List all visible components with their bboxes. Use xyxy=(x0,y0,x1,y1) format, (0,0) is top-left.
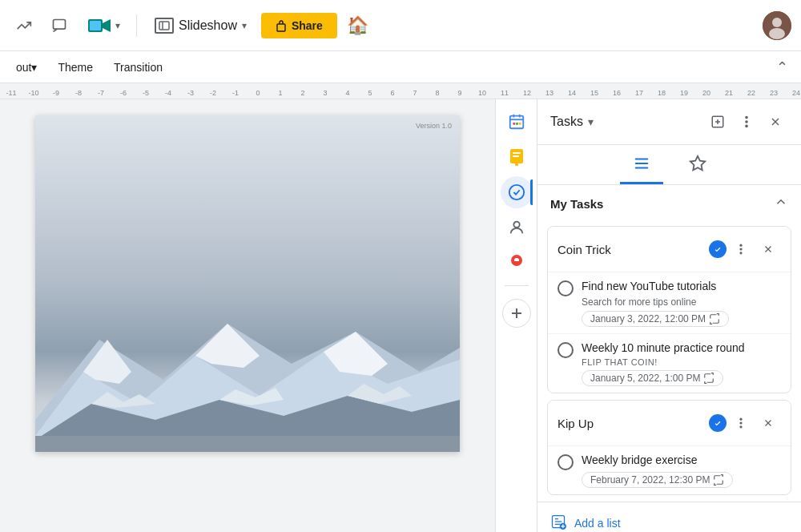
ruler-mark: -10 xyxy=(22,89,45,97)
tasks-title: Tasks ▾ xyxy=(550,115,594,129)
my-tasks-toggle[interactable] xyxy=(774,195,788,213)
task-note-practice: FLIP THAT COIN! xyxy=(582,357,781,367)
ruler-mark: 9 xyxy=(449,89,471,97)
ruler-mark: 8 xyxy=(426,89,449,97)
ruler-mark: 4 xyxy=(336,89,359,97)
lighthouse-icon-button[interactable]: 🏠 xyxy=(344,11,372,40)
svg-marker-3 xyxy=(103,19,111,32)
svg-rect-49 xyxy=(634,167,648,169)
tasks-body[interactable]: My Tasks Coin Trick xyxy=(537,185,801,532)
task-content-practice: Weekly 10 minute practice round FLIP THA… xyxy=(582,341,781,387)
task-title-practice: Weekly 10 minute practice round xyxy=(582,341,781,357)
calendar-icon-button[interactable] xyxy=(501,106,533,138)
ruler-mark: -7 xyxy=(90,89,112,97)
task-item-practice: Weekly 10 minute practice round FLIP THA… xyxy=(548,333,791,393)
ruler-mark: 18 xyxy=(650,89,673,97)
slideshow-button[interactable]: Slideshow ▾ xyxy=(147,13,255,38)
kip-up-group: Kip Up xyxy=(547,400,791,495)
svg-point-54 xyxy=(739,252,742,254)
ruler-mark: 20 xyxy=(695,89,718,97)
ruler-mark: 23 xyxy=(763,89,785,97)
kip-up-more[interactable] xyxy=(728,410,754,436)
add-app-button[interactable] xyxy=(502,299,531,328)
close-panel-button[interactable] xyxy=(763,109,788,135)
more-options-button[interactable] xyxy=(734,109,759,135)
trending-icon-button[interactable] xyxy=(10,11,38,40)
ruler-mark: 13 xyxy=(538,89,561,97)
ruler-mark: 5 xyxy=(359,89,381,97)
ruler-mark: 21 xyxy=(718,89,740,97)
meet-button[interactable]: ▾ xyxy=(80,12,127,39)
task-item-bridge: Weekly bridge exercise February 7, 2022,… xyxy=(548,445,791,494)
coin-trick-header: Coin Trick xyxy=(548,227,791,272)
add-list-label: Add a list xyxy=(574,517,621,530)
svg-point-44 xyxy=(745,125,748,128)
tab-list[interactable] xyxy=(620,145,663,184)
svg-rect-4 xyxy=(90,21,101,30)
kip-up-check[interactable] xyxy=(709,414,727,432)
ruler-mark: 2 xyxy=(292,89,314,97)
secondary-toolbar: out▾ Theme Transition ⌃ xyxy=(0,51,801,83)
svg-point-32 xyxy=(509,185,523,200)
ruler-mark: 19 xyxy=(673,89,695,97)
ruler-mark: -2 xyxy=(202,89,224,97)
coin-trick-icons xyxy=(709,236,781,262)
svg-rect-47 xyxy=(634,159,648,160)
slideshow-icon xyxy=(155,18,174,34)
ruler-mark: 22 xyxy=(740,89,763,97)
ruler-mark: -4 xyxy=(157,89,179,97)
tasks-header: Tasks ▾ xyxy=(537,99,801,145)
ruler-mark: -6 xyxy=(112,89,135,97)
meet-dropdown-arrow: ▾ xyxy=(115,20,120,31)
task-circle-youtube[interactable] xyxy=(557,280,574,296)
maps-icon-button[interactable] xyxy=(501,247,533,279)
new-list-icon-button[interactable] xyxy=(705,109,731,135)
coin-trick-close[interactable] xyxy=(755,236,781,262)
keep-icon-button[interactable] xyxy=(501,141,533,173)
ruler-mark: -3 xyxy=(179,89,202,97)
task-date-bridge: February 7, 2022, 12:30 PM xyxy=(582,472,733,488)
tasks-dropdown-arrow[interactable]: ▾ xyxy=(588,115,594,128)
ruler-mark: 1 xyxy=(269,89,292,97)
add-list-row[interactable]: Add a list xyxy=(537,502,801,532)
coin-trick-check[interactable] xyxy=(709,240,727,258)
ruler-mark: 14 xyxy=(561,89,583,97)
svg-rect-29 xyxy=(513,152,521,154)
ruler-mark: 11 xyxy=(493,89,516,97)
comment-icon-button[interactable] xyxy=(45,11,74,40)
ruler-mark: -11 xyxy=(0,89,22,97)
kip-up-title: Kip Up xyxy=(557,417,709,430)
task-circle-practice[interactable] xyxy=(557,342,574,358)
svg-point-33 xyxy=(513,222,519,228)
ruler-mark: 3 xyxy=(314,89,336,97)
task-date-youtube: January 3, 2022, 12:00 PM xyxy=(582,311,729,327)
collapse-button[interactable]: ⌃ xyxy=(770,55,795,79)
tasks-panel: Tasks ▾ xyxy=(537,99,801,532)
tab-starred[interactable] xyxy=(676,145,719,184)
svg-rect-26 xyxy=(516,123,518,125)
slideshow-dropdown-arrow: ▾ xyxy=(242,20,247,31)
tasks-tabs xyxy=(537,145,801,185)
ruler-mark: 17 xyxy=(628,89,650,97)
contacts-icon-button[interactable] xyxy=(501,212,533,244)
svg-point-58 xyxy=(739,418,742,421)
my-tasks-header: My Tasks xyxy=(537,185,801,223)
share-button[interactable]: Share xyxy=(261,13,337,38)
task-circle-bridge[interactable] xyxy=(557,454,574,470)
slide-area: Version 1.0 xyxy=(0,99,495,532)
out-button[interactable]: out▾ xyxy=(6,56,46,79)
task-title-bridge: Weekly bridge exercise xyxy=(582,453,781,469)
ruler-mark: 12 xyxy=(516,89,538,97)
transition-button[interactable]: Transition xyxy=(104,56,172,79)
svg-rect-5 xyxy=(159,22,169,30)
theme-button[interactable]: Theme xyxy=(48,56,103,79)
slide-version: Version 1.0 xyxy=(416,122,452,130)
ruler: (function(){ const marks = [-11,-10,-9,-… xyxy=(0,83,801,99)
coin-trick-more[interactable] xyxy=(728,236,754,262)
avatar[interactable] xyxy=(763,11,791,40)
tasks-icon-button[interactable] xyxy=(501,176,533,208)
share-label: Share xyxy=(292,19,323,32)
mountain-area xyxy=(35,292,460,452)
svg-point-57 xyxy=(713,418,723,428)
kip-up-close[interactable] xyxy=(755,410,781,436)
